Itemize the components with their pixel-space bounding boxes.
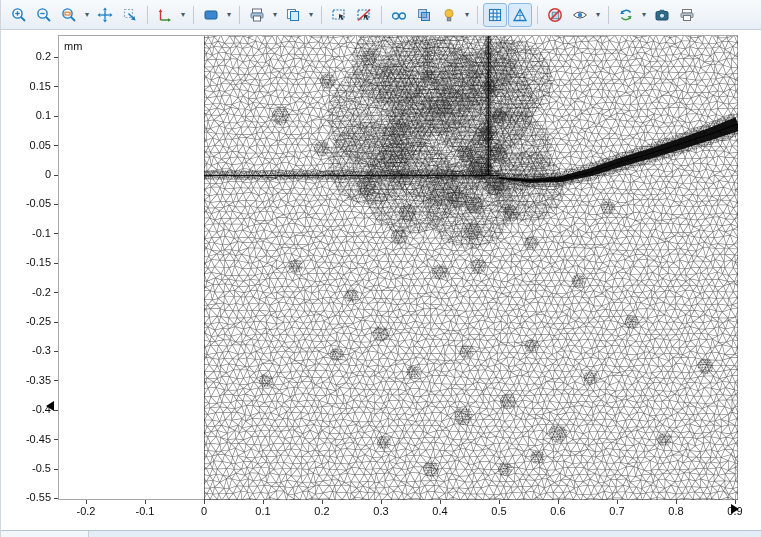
color-button[interactable] <box>199 3 223 27</box>
rotate-view-icon <box>618 7 634 23</box>
copy-image-dropdown[interactable]: ▾ <box>306 3 316 27</box>
toolbar-separator <box>193 6 194 24</box>
show-hidden-icon <box>391 7 407 23</box>
zoom-extents-button[interactable] <box>93 3 117 27</box>
zoom-box-button[interactable] <box>57 3 81 27</box>
lower-panel-tab[interactable] <box>1 531 89 537</box>
x-tick-label: 0.6 <box>536 505 580 517</box>
y-tick-label: 0.2 <box>7 50 51 62</box>
reset-hiding-dropdown[interactable]: ▾ <box>593 3 603 27</box>
print-image-dropdown[interactable]: ▾ <box>270 3 280 27</box>
deselect-box-icon <box>356 7 372 23</box>
zoom-out-button[interactable] <box>32 3 56 27</box>
reset-hiding-button[interactable] <box>568 3 592 27</box>
orientation-button[interactable] <box>153 3 177 27</box>
toolbar-separator <box>381 6 382 24</box>
y-tick-label: 0.05 <box>7 139 51 151</box>
x-tick-mark <box>381 500 382 504</box>
x-tick-label: 0.7 <box>595 505 639 517</box>
show-hidden-button[interactable] <box>387 3 411 27</box>
print-image-icon <box>249 7 265 23</box>
y-tick-label: -0.1 <box>7 227 51 239</box>
graphics-area[interactable]: mm 0.20.150.10.050-0.05-0.1-0.15-0.2-0.2… <box>1 30 761 530</box>
orientation-icon <box>157 7 173 23</box>
x-tick-mark <box>86 500 87 504</box>
transparency-icon <box>416 7 432 23</box>
print-image-button[interactable] <box>245 3 269 27</box>
rotate-view-dropdown[interactable]: ▾ <box>639 3 649 27</box>
transparency-button[interactable] <box>412 3 436 27</box>
zoom-out-icon <box>36 7 52 23</box>
scene-light-dropdown[interactable]: ▾ <box>462 3 472 27</box>
color-dropdown[interactable]: ▾ <box>224 3 234 27</box>
hide-selected-icon <box>547 7 563 23</box>
snapshot-button[interactable] <box>650 3 674 27</box>
print-button[interactable] <box>675 3 699 27</box>
corner-marker[interactable] <box>731 504 739 514</box>
y-tick-label: -0.55 <box>7 491 51 503</box>
x-tick-label: 0.2 <box>300 505 344 517</box>
show-grid-icon <box>487 7 503 23</box>
select-box-button[interactable] <box>327 3 351 27</box>
go-to-default-view-icon <box>122 7 138 23</box>
scene-light-icon <box>441 7 457 23</box>
scene-light-button[interactable] <box>437 3 461 27</box>
y-tick-label: -0.3 <box>7 344 51 356</box>
x-tick-label: 0.8 <box>654 505 698 517</box>
reset-hiding-icon <box>572 7 588 23</box>
y-tick-label: -0.35 <box>7 374 51 386</box>
show-grid-button[interactable] <box>483 3 507 27</box>
y-tick-label: -0.4 <box>7 403 51 415</box>
x-tick-mark <box>499 500 500 504</box>
x-tick-label: 0.5 <box>477 505 521 517</box>
y-tick-label: -0.15 <box>7 256 51 268</box>
x-tick-label: 0.4 <box>418 505 462 517</box>
toolbar-separator <box>321 6 322 24</box>
rotate-view-button[interactable] <box>614 3 638 27</box>
copy-image-button[interactable] <box>281 3 305 27</box>
zoom-in-button[interactable] <box>7 3 31 27</box>
y-tick-label: 0 <box>7 168 51 180</box>
x-tick-mark <box>440 500 441 504</box>
x-tick-label: 0.1 <box>241 505 285 517</box>
axis-unit-label: mm <box>64 40 82 52</box>
snapshot-icon <box>654 7 670 23</box>
color-icon <box>203 7 219 23</box>
select-box-icon <box>331 7 347 23</box>
zoom-box-dropdown[interactable]: ▾ <box>82 3 92 27</box>
copy-image-icon <box>285 7 301 23</box>
y-tick-label: 0.1 <box>7 109 51 121</box>
y-tick-label: -0.5 <box>7 462 51 474</box>
x-tick-label: 0.3 <box>359 505 403 517</box>
x-tick-mark <box>617 500 618 504</box>
toolbar-separator <box>537 6 538 24</box>
x-tick-mark <box>145 500 146 504</box>
y-tick-label: -0.05 <box>7 197 51 209</box>
orientation-dropdown[interactable]: ▾ <box>178 3 188 27</box>
y-tick-label: -0.2 <box>7 286 51 298</box>
go-to-default-view-button[interactable] <box>118 3 142 27</box>
x-tick-label: -0.2 <box>64 505 108 517</box>
toolbar-separator <box>239 6 240 24</box>
toolbar-separator <box>147 6 148 24</box>
show-mesh-button[interactable] <box>508 3 532 27</box>
zoom-box-icon <box>61 7 77 23</box>
graphics-window: ▾▾▾▾▾▾▾▾ mm 0.20.150.10.050-0.05-0.1-0.1… <box>0 0 762 537</box>
lower-panel-edge <box>1 530 761 537</box>
zoom-extents-icon <box>97 7 113 23</box>
x-tick-label: -0.1 <box>123 505 167 517</box>
show-mesh-icon <box>512 7 528 23</box>
mesh-plot[interactable] <box>59 36 738 500</box>
x-tick-mark <box>322 500 323 504</box>
x-tick-mark <box>558 500 559 504</box>
x-tick-label: 0 <box>182 505 226 517</box>
y-tick-label: -0.45 <box>7 433 51 445</box>
zoom-in-icon <box>11 7 27 23</box>
hide-selected-button[interactable] <box>543 3 567 27</box>
toolbar-separator <box>477 6 478 24</box>
panel-collapse-handle[interactable] <box>46 401 54 411</box>
graphics-toolbar: ▾▾▾▾▾▾▾▾ <box>1 0 761 30</box>
deselect-box-button[interactable] <box>352 3 376 27</box>
toolbar-separator <box>608 6 609 24</box>
x-tick-mark <box>676 500 677 504</box>
